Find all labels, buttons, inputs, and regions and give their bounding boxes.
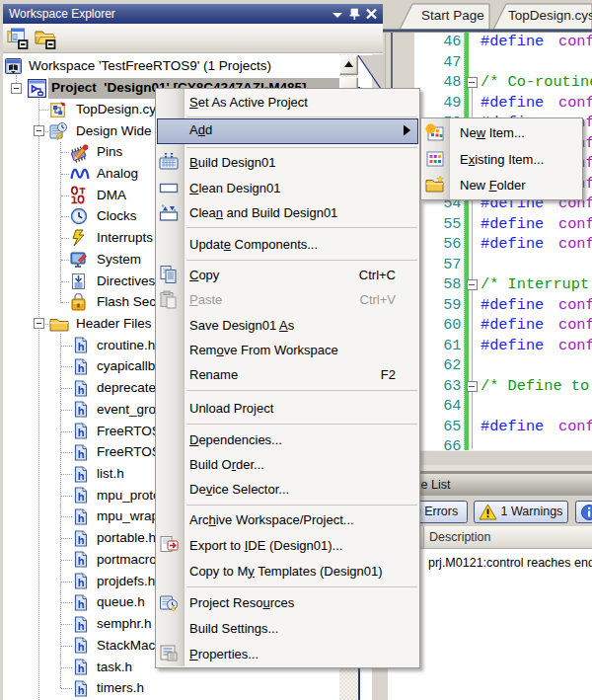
svg-text:h: h [78,341,85,352]
svg-text:h: h [78,619,85,631]
svg-text:h: h [78,383,85,395]
svg-text:h: h [78,447,85,459]
svg-text:h: h [78,683,85,695]
svg-text:h: h [78,361,85,373]
svg-text:h: h [78,405,85,417]
svg-text:h: h [78,469,85,481]
svg-text:h: h [78,555,85,567]
svg-text:h: h [78,491,85,503]
svg-text:h: h [78,427,85,438]
svg-text:h: h [78,597,85,609]
svg-text:h: h [78,577,85,588]
svg-text:h: h [78,511,85,523]
svg-text:h: h [78,662,85,674]
svg-text:h: h [78,533,85,545]
svg-text:h: h [78,641,85,653]
